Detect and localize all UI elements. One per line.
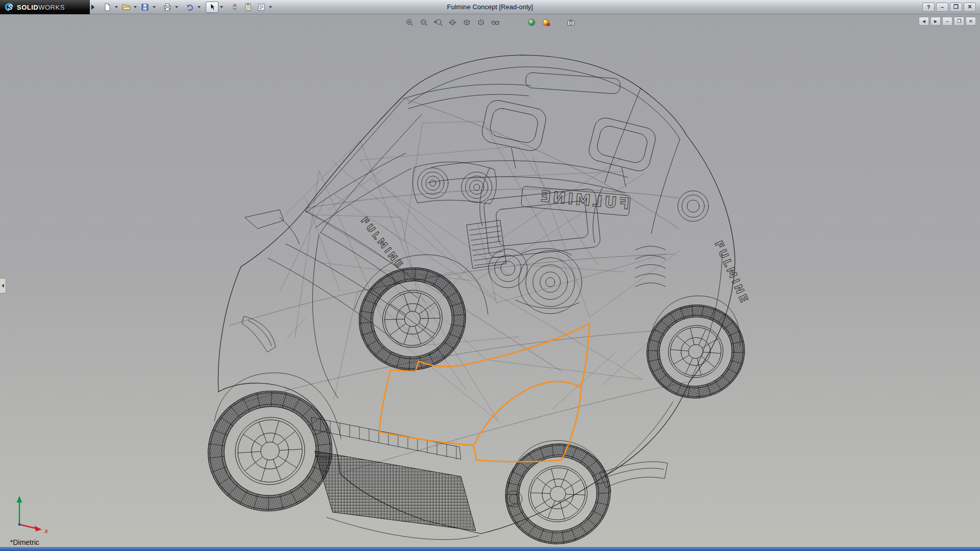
minimize-button[interactable]: – (936, 3, 948, 12)
wheels (191, 254, 753, 547)
open-dropdown[interactable] (133, 2, 138, 13)
titlebar: Fulmine Concept [Read-only] S SOLIDWORKS (0, 0, 980, 14)
next-document-button[interactable]: ► (930, 17, 941, 26)
selected-sketch[interactable] (379, 323, 590, 462)
left-side-badge-text: FULMINE (359, 215, 406, 271)
reference-triad: x (10, 493, 56, 535)
apply-scene-button[interactable] (540, 16, 552, 28)
zoom-area-icon (419, 18, 428, 27)
solidworks-window: Fulmine Concept [Read-only] S SOLIDWORKS (0, 0, 980, 551)
zoom-fit-icon (405, 18, 414, 27)
window-controls: ? – ❐ ✕ (922, 3, 980, 12)
headsup-view-toolbar (403, 16, 577, 28)
triad-x-label: x (44, 527, 48, 535)
logo-text-solid: SOLID (17, 4, 38, 11)
display-style-button[interactable] (475, 16, 487, 28)
3ds-logo-icon: S (4, 2, 14, 12)
wireframe-car-model[interactable]: FULMINE FULMINE FULMINE (0, 14, 980, 547)
hide-show-items-button[interactable] (489, 16, 502, 28)
menu-expander-icon[interactable] (91, 5, 94, 10)
zoom-to-area-button[interactable] (418, 16, 430, 28)
rebuild-traffic-light-icon (230, 3, 239, 12)
view-orientation-button[interactable] (460, 16, 473, 28)
save-dropdown[interactable] (152, 2, 157, 13)
open-folder-icon (121, 3, 131, 12)
scene-ball-icon (541, 18, 550, 27)
select-dropdown[interactable] (219, 2, 224, 13)
print-dropdown[interactable] (174, 2, 179, 13)
edit-appearance-button[interactable] (525, 16, 538, 28)
hide-show-icon (491, 18, 500, 27)
logo-text-works: WORKS (38, 4, 65, 11)
help-button[interactable]: ? (922, 3, 935, 12)
view-settings-icon (566, 18, 575, 27)
solidworks-logo: S SOLIDWORKS (0, 0, 90, 14)
options-icon (257, 3, 266, 12)
car-badges: FULMINE FULMINE FULMINE (359, 187, 751, 306)
save-icon (140, 3, 150, 12)
undo-icon (185, 3, 194, 12)
save-button[interactable] (138, 2, 151, 13)
document-window-controls: ◄ ► – ❐ ✕ (919, 17, 976, 26)
select-cursor-icon (208, 3, 217, 12)
graphics-area[interactable]: FULMINE FULMINE FULMINE (0, 14, 980, 547)
new-document-icon (103, 3, 112, 12)
select-button[interactable] (206, 2, 218, 13)
undo-dropdown[interactable] (197, 2, 202, 13)
rear-badge-text: FULMINE (537, 187, 630, 213)
document-restore-button[interactable]: ❐ (954, 17, 964, 26)
section-view-button[interactable] (446, 16, 459, 28)
file-properties-icon (243, 3, 253, 12)
options-dropdown[interactable] (268, 2, 273, 13)
previous-view-button[interactable] (432, 16, 445, 28)
main-toolbar (101, 2, 273, 13)
new-document-dropdown[interactable] (114, 2, 119, 13)
rebuild-button[interactable] (228, 2, 241, 13)
document-close-button[interactable]: ✕ (966, 17, 976, 26)
view-orientation-icon (462, 18, 471, 27)
view-orientation-label: *Dimetric (10, 538, 39, 546)
file-properties-button[interactable] (241, 2, 254, 13)
appearance-ball-icon (527, 18, 536, 27)
previous-document-button[interactable]: ◄ (919, 17, 929, 26)
zoom-to-fit-button[interactable] (403, 16, 416, 28)
section-view-icon (448, 18, 457, 27)
previous-view-icon (433, 18, 443, 27)
taskbar-edge (0, 547, 980, 551)
close-button[interactable]: ✕ (964, 3, 976, 12)
options-button[interactable] (255, 2, 267, 13)
car-body-wireframe (214, 55, 740, 540)
view-settings-button[interactable] (565, 16, 577, 28)
undo-button[interactable] (183, 2, 196, 13)
new-document-button[interactable] (101, 2, 113, 13)
featuremanager-flyout-tab[interactable] (0, 278, 6, 293)
display-style-icon (476, 18, 485, 27)
document-minimize-button[interactable]: – (942, 17, 952, 26)
print-icon (163, 3, 172, 12)
panel-expand-arrow-icon (2, 284, 4, 288)
print-button[interactable] (161, 2, 174, 13)
maximize-button[interactable]: ❐ (950, 3, 962, 12)
open-button[interactable] (119, 2, 132, 13)
